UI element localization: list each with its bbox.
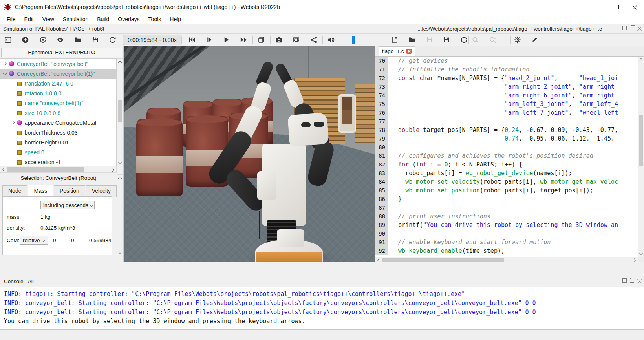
console-output[interactable]: INFO: tiago++: Starting controller: "C:\… bbox=[0, 287, 644, 330]
scroll-right-icon[interactable] bbox=[632, 258, 636, 262]
code-line[interactable]: 74 "arm_right_6_joint", "arm_right_ bbox=[375, 91, 638, 100]
restore-window-icon[interactable] bbox=[630, 26, 634, 30]
save-as-button[interactable] bbox=[442, 35, 451, 45]
menu-edit[interactable]: Edit bbox=[20, 15, 38, 24]
scroll-up-icon[interactable] bbox=[118, 61, 122, 65]
snapshot-button[interactable] bbox=[274, 35, 284, 45]
float-window-icon[interactable] bbox=[622, 26, 627, 30]
code-line[interactable]: 77 bbox=[375, 117, 638, 126]
expand-chevron-icon[interactable] bbox=[3, 72, 7, 76]
externproto-button[interactable]: Ephemeral EXTERNPROTO bbox=[1, 48, 122, 57]
movie-button[interactable] bbox=[292, 35, 301, 45]
tree-row[interactable]: acceleration -1 bbox=[0, 157, 116, 166]
inspector-vertical-scrollbar[interactable] bbox=[117, 174, 123, 256]
code-line[interactable]: 87 bbox=[375, 203, 638, 212]
code-line[interactable]: 86 } bbox=[375, 195, 638, 203]
scroll-left-icon[interactable] bbox=[377, 258, 381, 262]
close-panel-icon[interactable] bbox=[99, 26, 104, 30]
menu-tools[interactable]: Tools bbox=[144, 15, 166, 24]
mass-mode-dropdown[interactable]: including descenda bbox=[40, 201, 95, 209]
tab-mass[interactable]: Mass bbox=[28, 185, 53, 196]
float-window-icon[interactable] bbox=[622, 278, 627, 283]
code-line[interactable]: 85 wb_motor_set_position(robot_parts[i],… bbox=[375, 186, 638, 195]
share-button[interactable] bbox=[309, 35, 318, 45]
open-world-button[interactable] bbox=[73, 35, 82, 45]
volume-slider[interactable] bbox=[348, 35, 382, 45]
step-button[interactable] bbox=[205, 35, 214, 45]
volume-handle[interactable] bbox=[352, 36, 355, 44]
code-line[interactable]: 88 // print user instructions bbox=[375, 212, 638, 221]
menu-file[interactable]: File bbox=[2, 15, 20, 24]
tree-row[interactable]: ConveyorBelt "conveyor belt" bbox=[0, 59, 116, 69]
preferences-button[interactable] bbox=[512, 35, 522, 45]
play-button[interactable] bbox=[222, 35, 231, 45]
expand-chevron-icon[interactable] bbox=[11, 121, 15, 125]
com-mode-dropdown[interactable]: relative bbox=[20, 236, 48, 245]
code-line[interactable]: 78 double target_pos[N_PARTS] = {0.24, -… bbox=[375, 126, 638, 134]
code-line[interactable]: 84 wb_motor_set_velocity(robot_parts[i],… bbox=[375, 177, 638, 186]
code-line[interactable]: 90 bbox=[375, 229, 638, 238]
minimize-button[interactable] bbox=[590, 0, 608, 14]
close-panel-icon[interactable] bbox=[637, 26, 642, 30]
menu-build[interactable]: Build bbox=[93, 15, 113, 24]
scroll-right-icon[interactable] bbox=[111, 168, 115, 172]
tree-row[interactable]: borderThickness 0.03 bbox=[0, 128, 116, 137]
tree-row[interactable]: name "conveyor belt(1)" bbox=[0, 98, 116, 108]
editor-vertical-scrollbar[interactable] bbox=[638, 57, 644, 257]
highlight-button[interactable] bbox=[530, 35, 539, 45]
reset-viewpoint-button[interactable] bbox=[38, 35, 48, 45]
menu-view[interactable]: View bbox=[38, 15, 59, 24]
revert-file-button[interactable] bbox=[459, 35, 468, 45]
tree-row[interactable]: appearance CorrugatedMetal bbox=[0, 118, 116, 128]
code-line[interactable]: 70 // get devices bbox=[375, 57, 638, 65]
code-line[interactable]: 75 "arm_left_3_joint", "arm_left_4 bbox=[375, 100, 638, 108]
tree-row[interactable]: borderHeight 0.01 bbox=[0, 137, 116, 147]
menu-overlays[interactable]: Overlays bbox=[113, 15, 144, 24]
scroll-down-icon[interactable] bbox=[639, 251, 643, 255]
maximize-button[interactable] bbox=[608, 0, 626, 14]
3d-viewport[interactable] bbox=[124, 46, 375, 262]
code-line[interactable]: 91 // enable keyboard and start forward … bbox=[375, 238, 638, 247]
save-file-button[interactable] bbox=[424, 35, 434, 45]
scroll-thumb[interactable] bbox=[639, 115, 643, 166]
tree-row[interactable]: translation 2.47 -6 0 bbox=[0, 79, 116, 88]
fast-forward-button[interactable] bbox=[239, 35, 249, 45]
sound-button[interactable] bbox=[327, 35, 336, 45]
find-replace-button[interactable] bbox=[488, 35, 497, 45]
expand-chevron-icon[interactable] bbox=[3, 62, 7, 66]
scroll-up-icon[interactable] bbox=[639, 58, 643, 62]
close-panel-icon[interactable] bbox=[637, 278, 642, 283]
new-file-button[interactable] bbox=[390, 35, 399, 45]
code-line[interactable]: 89 printf("You can drive this robot by s… bbox=[375, 221, 638, 229]
tab-node[interactable]: Node bbox=[2, 185, 27, 197]
open-file-button[interactable] bbox=[407, 35, 417, 45]
menu-simulation[interactable]: Simulation bbox=[59, 15, 93, 24]
tree-horizontal-scrollbar[interactable] bbox=[0, 166, 117, 173]
code-line[interactable]: 83 robot_parts[i] = wb_robot_get_device(… bbox=[375, 169, 638, 177]
scroll-thumb[interactable] bbox=[118, 100, 122, 122]
float-window-icon[interactable] bbox=[92, 26, 96, 30]
scroll-left-icon[interactable] bbox=[2, 168, 6, 172]
code-line[interactable]: 72 const char *names[N_PARTS] = {"head_2… bbox=[375, 74, 638, 82]
tree-row[interactable]: ConveyorBelt "conveyor belt(1)" bbox=[0, 69, 116, 79]
scroll-down-icon[interactable] bbox=[118, 160, 122, 164]
panel-toggle-button[interactable] bbox=[3, 35, 13, 45]
code-editor[interactable]: 70 // get devices71 // initialize the ro… bbox=[375, 57, 638, 257]
add-node-button[interactable] bbox=[20, 35, 30, 45]
code-line[interactable]: 79 0.74, -0.95, 0.06, 1.12, 1.45, bbox=[375, 134, 638, 143]
tree-row[interactable]: rotation 1 0 0 0 bbox=[0, 88, 116, 98]
menu-help[interactable]: Help bbox=[165, 15, 185, 24]
reload-world-button[interactable] bbox=[108, 35, 117, 45]
scroll-thumb[interactable] bbox=[7, 167, 84, 172]
code-line[interactable]: 82 for (int i = 0; i < N_PARTS; i++) { bbox=[375, 160, 638, 169]
code-line[interactable]: 76 "arm_left_7_joint", "wheel_left bbox=[375, 108, 638, 117]
tree-row[interactable]: speed 0 bbox=[0, 147, 116, 157]
3d-view-button[interactable] bbox=[257, 35, 266, 45]
code-line[interactable]: 92 wb_keyboard_enable(time_step); bbox=[375, 247, 638, 255]
rewind-button[interactable] bbox=[187, 35, 197, 45]
close-button[interactable] bbox=[626, 0, 644, 14]
tab-velocity[interactable]: Velocity bbox=[86, 185, 117, 197]
tree-vertical-scrollbar[interactable] bbox=[117, 58, 123, 166]
restore-window-icon[interactable] bbox=[630, 278, 634, 283]
code-line[interactable]: 81 // configures and achieves the robot'… bbox=[375, 152, 638, 160]
